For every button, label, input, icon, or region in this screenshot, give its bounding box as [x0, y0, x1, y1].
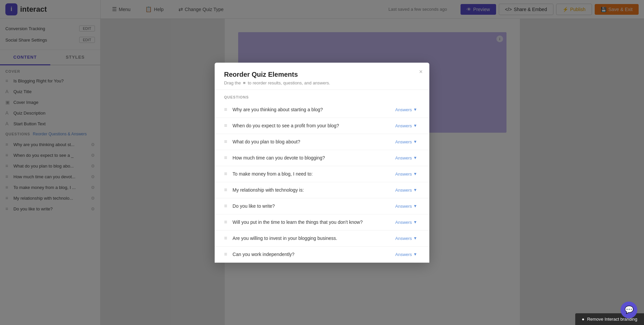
- modal-question-text: What do you plan to blog about?: [232, 139, 392, 144]
- modal-question-row: ≡ When do you expect to see a profit fro…: [215, 118, 429, 134]
- drag-handle[interactable]: ≡: [224, 219, 227, 225]
- drag-handle[interactable]: ≡: [224, 123, 227, 129]
- modal-question-row: ≡ Do you like to write? Answers ▼: [215, 198, 429, 214]
- drag-handle[interactable]: ≡: [224, 251, 227, 257]
- answers-chevron-icon: ▼: [413, 172, 417, 176]
- answers-toggle[interactable]: Answers ▼: [392, 170, 420, 178]
- drag-handle[interactable]: ≡: [224, 203, 227, 209]
- chat-icon: 💬: [625, 306, 634, 314]
- answers-chevron-icon: ▼: [413, 236, 417, 241]
- modal-question-text: Do you like to write?: [232, 203, 392, 209]
- modal-close-button[interactable]: ×: [419, 69, 423, 75]
- answers-toggle[interactable]: Answers ▼: [392, 138, 420, 146]
- modal-question-row: ≡ What do you plan to blog about? Answer…: [215, 134, 429, 150]
- chat-widget[interactable]: 💬: [621, 302, 637, 318]
- answers-label: Answers: [395, 204, 412, 209]
- answers-toggle[interactable]: Answers ▼: [392, 235, 420, 242]
- modal-question-text: Why are you thinking about starting a bl…: [232, 107, 392, 112]
- modal-question-row: ≡ How much time can you devote to bloggi…: [215, 150, 429, 166]
- drag-handle[interactable]: ≡: [224, 187, 227, 193]
- drag-handle[interactable]: ≡: [224, 171, 227, 177]
- modal-header: Reorder Quiz Elements Drag the ≡ to reor…: [215, 63, 429, 90]
- drag-handle[interactable]: ≡: [224, 235, 227, 241]
- answers-chevron-icon: ▼: [413, 139, 417, 144]
- modal-overlay[interactable]: Reorder Quiz Elements Drag the ≡ to reor…: [0, 0, 644, 325]
- answers-label: Answers: [395, 107, 412, 112]
- answers-chevron-icon: ▼: [413, 188, 417, 192]
- modal-subtitle: Drag the ≡ to reorder results, questions…: [224, 80, 420, 85]
- modal-question-row: ≡ Are you willing to invest in your blog…: [215, 231, 429, 247]
- reorder-modal: Reorder Quiz Elements Drag the ≡ to reor…: [215, 63, 429, 263]
- answers-chevron-icon: ▼: [413, 107, 417, 112]
- answers-toggle[interactable]: Answers ▼: [392, 154, 420, 162]
- modal-question-row: ≡ Will you put in the time to learn the …: [215, 214, 429, 231]
- modal-question-row: ≡ Can you work independently? Answers ▼: [215, 247, 429, 263]
- interact-logo-small: ●: [582, 317, 585, 322]
- modal-questions-title: QUESTIONS: [215, 90, 429, 102]
- modal-question-text: My relationship with technology is:: [232, 187, 392, 193]
- answers-toggle[interactable]: Answers ▼: [392, 218, 420, 226]
- modal-question-row: ≡ Why are you thinking about starting a …: [215, 102, 429, 118]
- answers-toggle[interactable]: Answers ▼: [392, 106, 420, 114]
- modal-question-row: ≡ My relationship with technology is: An…: [215, 182, 429, 198]
- modal-body: ≡ Why are you thinking about starting a …: [215, 102, 429, 263]
- modal-question-text: To make money from a blog, I need to:: [232, 171, 392, 177]
- answers-label: Answers: [395, 172, 412, 177]
- answers-label: Answers: [395, 123, 412, 128]
- answers-label: Answers: [395, 188, 412, 193]
- answers-toggle[interactable]: Answers ▼: [392, 122, 420, 130]
- drag-handle[interactable]: ≡: [224, 107, 227, 113]
- answers-label: Answers: [395, 139, 412, 144]
- drag-handle-icon: ≡: [243, 80, 246, 85]
- modal-question-text: Can you work independently?: [232, 252, 392, 257]
- modal-question-text: How much time can you devote to blogging…: [232, 155, 392, 160]
- modal-title: Reorder Quiz Elements: [224, 71, 420, 78]
- answers-label: Answers: [395, 236, 412, 241]
- answers-chevron-icon: ▼: [413, 123, 417, 128]
- answers-label: Answers: [395, 252, 412, 257]
- answers-chevron-icon: ▼: [413, 204, 417, 208]
- drag-handle[interactable]: ≡: [224, 155, 227, 161]
- answers-toggle[interactable]: Answers ▼: [392, 251, 420, 258]
- answers-label: Answers: [395, 220, 412, 225]
- answers-chevron-icon: ▼: [413, 155, 417, 160]
- modal-question-text: Are you willing to invest in your bloggi…: [232, 236, 392, 241]
- answers-toggle[interactable]: Answers ▼: [392, 186, 420, 194]
- answers-label: Answers: [395, 155, 412, 160]
- drag-handle[interactable]: ≡: [224, 139, 227, 145]
- answers-toggle[interactable]: Answers ▼: [392, 202, 420, 210]
- modal-question-text: Will you put in the time to learn the th…: [232, 219, 392, 225]
- modal-question-text: When do you expect to see a profit from …: [232, 123, 392, 128]
- answers-chevron-icon: ▼: [413, 220, 417, 224]
- modal-question-row: ≡ To make money from a blog, I need to: …: [215, 166, 429, 182]
- answers-chevron-icon: ▼: [413, 252, 417, 257]
